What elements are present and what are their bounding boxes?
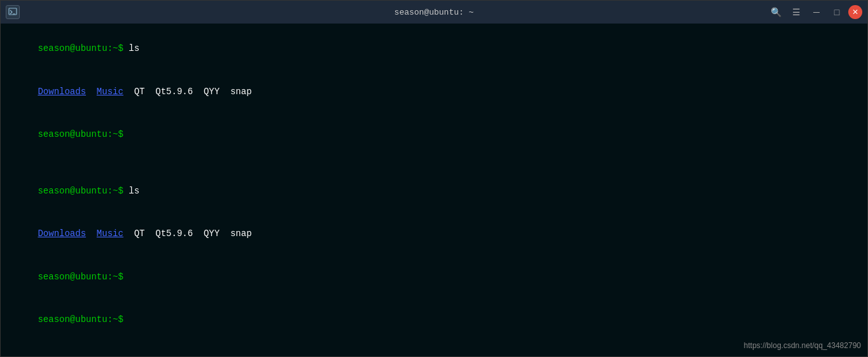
terminal-line <box>6 156 862 170</box>
terminal-line: Downloads Music QT Qt5.9.6 QYY snap <box>6 213 862 255</box>
terminal-line: season@ubuntu:~$ <box>6 341 862 356</box>
title-bar-left <box>6 5 20 19</box>
window-title: season@ubuntu: ~ <box>395 8 474 17</box>
prompt: season@ubuntu:~$ <box>38 314 123 325</box>
title-bar-controls: 🔍 ☰ ─ □ ✕ <box>767 5 862 19</box>
menu-icon: ☰ <box>792 7 801 17</box>
prompt: season@ubuntu:~$ <box>38 129 123 139</box>
minimize-icon: ─ <box>813 7 820 17</box>
terminal-line: season@ubuntu:~$ ls <box>6 170 862 213</box>
terminal-line: season@ubuntu:~$ <box>6 113 862 155</box>
terminal-line: season@ubuntu:~$ <box>6 255 862 298</box>
terminal-body[interactable]: season@ubuntu:~$ ls Downloads Music QT Q… <box>1 24 867 356</box>
title-bar: season@ubuntu: ~ 🔍 ☰ ─ □ ✕ <box>1 1 867 24</box>
terminal-line: Downloads Music QT Qt5.9.6 QYY snap <box>6 70 862 113</box>
close-icon: ✕ <box>852 8 858 17</box>
maximize-button[interactable]: □ <box>828 5 846 19</box>
terminal-window: season@ubuntu: ~ 🔍 ☰ ─ □ ✕ season@ubuntu… <box>0 0 868 357</box>
terminal-line: season@ubuntu:~$ ls <box>6 27 862 70</box>
prompt: season@ubuntu:~$ <box>38 43 123 53</box>
close-button[interactable]: ✕ <box>848 5 862 19</box>
maximize-icon: □ <box>834 7 839 17</box>
terminal-line: season@ubuntu:~$ <box>6 298 862 340</box>
menu-button[interactable]: ☰ <box>787 5 805 19</box>
prompt: season@ubuntu:~$ <box>38 272 123 282</box>
prompt: season@ubuntu:~$ <box>38 186 123 196</box>
search-icon: 🔍 <box>771 7 781 17</box>
watermark: https://blog.csdn.net/qq_43482790 <box>744 341 861 350</box>
search-button[interactable]: 🔍 <box>767 5 785 19</box>
minimize-button[interactable]: ─ <box>808 5 825 19</box>
terminal-icon <box>6 5 20 19</box>
